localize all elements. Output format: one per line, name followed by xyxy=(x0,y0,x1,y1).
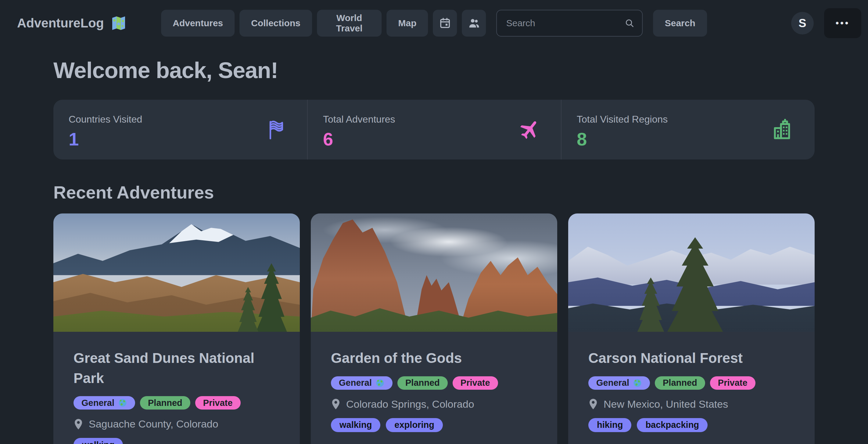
globe-icon xyxy=(375,378,384,388)
tag-row: hiking backpacking xyxy=(588,418,795,432)
badge-row: General Planned Private xyxy=(73,396,280,410)
stats-panel: Countries Visited 1 Total Adventures 6 xyxy=(53,100,815,159)
brand-name: AdventureLog xyxy=(17,16,104,31)
avatar[interactable]: S xyxy=(791,12,814,34)
adventure-card-grid: Great Sand Dunes National Park General P… xyxy=(53,214,815,444)
location-pin-icon xyxy=(588,398,598,410)
calendar-icon xyxy=(439,17,452,30)
tag: exploring xyxy=(386,418,443,432)
tag: walking xyxy=(331,418,380,432)
badge-planned: Planned xyxy=(655,376,705,390)
search-field-wrap xyxy=(497,10,643,37)
city-icon xyxy=(771,118,796,142)
search-input[interactable] xyxy=(497,10,643,37)
nav-map-button[interactable]: Map xyxy=(387,10,428,37)
flag-icon xyxy=(265,118,288,141)
adventure-title[interactable]: Carson National Forest xyxy=(588,348,795,368)
badge-row: General Planned Private xyxy=(331,376,537,390)
nav-collections-button[interactable]: Collections xyxy=(240,10,312,37)
tag-row: walking xyxy=(73,438,280,444)
badge-general: General xyxy=(73,396,135,410)
nav-world-travel-button[interactable]: World Travel xyxy=(317,10,382,37)
users-button[interactable] xyxy=(462,10,486,37)
brand-logo[interactable]: AdventureLog xyxy=(17,14,127,32)
adventure-card-great-sand-dunes[interactable]: Great Sand Dunes National Park General P… xyxy=(53,214,300,444)
card-body: Carson National Forest General Planned P… xyxy=(568,332,815,432)
tag-row: walking exploring xyxy=(331,418,537,432)
badge-private: Private xyxy=(195,396,241,410)
nav-right: S ••• xyxy=(791,8,861,38)
nav-adventures-button[interactable]: Adventures xyxy=(161,10,235,37)
globe-icon xyxy=(633,378,642,388)
adventure-card-carson-national-forest[interactable]: Carson National Forest General Planned P… xyxy=(568,214,815,444)
more-menu-button[interactable]: ••• xyxy=(824,8,861,38)
navbar: AdventureLog Adventures Collections Worl… xyxy=(0,0,868,46)
location-text: Saguache County, Colorado xyxy=(89,418,218,430)
adventure-photo[interactable] xyxy=(568,214,815,332)
calendar-button[interactable] xyxy=(433,10,457,37)
location-text: New Mexico, United States xyxy=(603,398,728,410)
globe-icon xyxy=(118,398,127,407)
welcome-heading: Welcome back, Sean! xyxy=(53,58,815,83)
badge-private: Private xyxy=(710,376,755,390)
search-button[interactable]: Search xyxy=(653,10,707,37)
location-pin-icon xyxy=(73,418,83,430)
card-body: Garden of the Gods General Planned Priva… xyxy=(311,332,557,432)
main-content: Welcome back, Sean! Countries Visited 1 … xyxy=(53,58,815,444)
location-row: Saguache County, Colorado xyxy=(73,418,280,430)
badge-general: General xyxy=(588,376,650,390)
stat-countries-visited: Countries Visited 1 xyxy=(53,100,307,159)
badge-general: General xyxy=(331,376,393,390)
badge-private: Private xyxy=(453,376,498,390)
search-icon xyxy=(625,18,635,28)
adventure-photo[interactable] xyxy=(53,214,300,332)
stat-total-visited-regions: Total Visited Regions 8 xyxy=(561,100,815,159)
adventure-title[interactable]: Great Sand Dunes National Park xyxy=(73,348,280,388)
badge-row: General Planned Private xyxy=(588,376,795,390)
adventure-title[interactable]: Garden of the Gods xyxy=(331,348,537,368)
adventure-card-garden-of-the-gods[interactable]: Garden of the Gods General Planned Priva… xyxy=(311,214,557,444)
recent-adventures-heading: Recent Adventures xyxy=(53,182,815,202)
location-row: Colorado Springs, Colorado xyxy=(331,398,537,410)
tag: backpacking xyxy=(637,418,708,432)
tag: walking xyxy=(73,438,123,444)
nav-center: Adventures Collections World Travel Map xyxy=(161,10,707,37)
adventure-photo[interactable] xyxy=(311,214,557,332)
badge-planned: Planned xyxy=(397,376,448,390)
airplane-icon xyxy=(517,117,542,142)
location-text: Colorado Springs, Colorado xyxy=(346,398,474,410)
location-row: New Mexico, United States xyxy=(588,398,795,410)
users-icon xyxy=(468,17,480,30)
stat-total-adventures: Total Adventures 6 xyxy=(307,100,561,159)
location-pin-icon xyxy=(331,398,341,410)
card-body: Great Sand Dunes National Park General P… xyxy=(53,332,300,444)
tag: hiking xyxy=(588,418,631,432)
badge-planned: Planned xyxy=(140,396,190,410)
map-emoji-icon xyxy=(110,14,127,32)
